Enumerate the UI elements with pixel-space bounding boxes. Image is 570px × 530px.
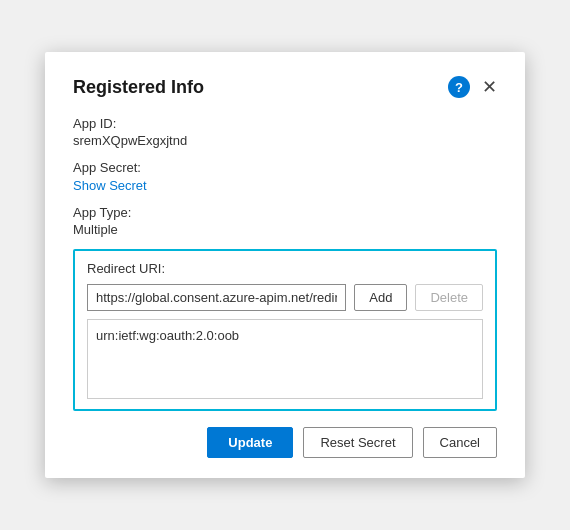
- registered-info-dialog: Registered Info ? ✕ App ID: sremXQpwExgx…: [45, 52, 525, 478]
- app-id-group: App ID: sremXQpwExgxjtnd: [73, 116, 497, 148]
- app-secret-group: App Secret: Show Secret: [73, 160, 497, 193]
- app-type-label: App Type:: [73, 205, 497, 220]
- redirect-section: Redirect URI: Add Delete urn:ietf:wg:oau…: [73, 249, 497, 411]
- close-icon[interactable]: ✕: [482, 78, 497, 96]
- app-id-label: App ID:: [73, 116, 497, 131]
- dialog-title: Registered Info: [73, 77, 204, 98]
- dialog-footer: Update Reset Secret Cancel: [73, 427, 497, 458]
- redirect-uri-label: Redirect URI:: [87, 261, 483, 276]
- list-item: urn:ietf:wg:oauth:2.0:oob: [96, 328, 474, 343]
- show-secret-link[interactable]: Show Secret: [73, 178, 147, 193]
- app-id-value: sremXQpwExgxjtnd: [73, 133, 497, 148]
- help-icon[interactable]: ?: [448, 76, 470, 98]
- app-type-value: Multiple: [73, 222, 497, 237]
- header-icons: ? ✕: [448, 76, 497, 98]
- dialog-header: Registered Info ? ✕: [73, 76, 497, 98]
- redirect-list-area: urn:ietf:wg:oauth:2.0:oob: [87, 319, 483, 399]
- cancel-button[interactable]: Cancel: [423, 427, 497, 458]
- add-button[interactable]: Add: [354, 284, 407, 311]
- delete-button[interactable]: Delete: [415, 284, 483, 311]
- update-button[interactable]: Update: [207, 427, 293, 458]
- app-type-group: App Type: Multiple: [73, 205, 497, 237]
- redirect-uri-input[interactable]: [87, 284, 346, 311]
- app-secret-label: App Secret:: [73, 160, 497, 175]
- reset-secret-button[interactable]: Reset Secret: [303, 427, 412, 458]
- redirect-input-row: Add Delete: [87, 284, 483, 311]
